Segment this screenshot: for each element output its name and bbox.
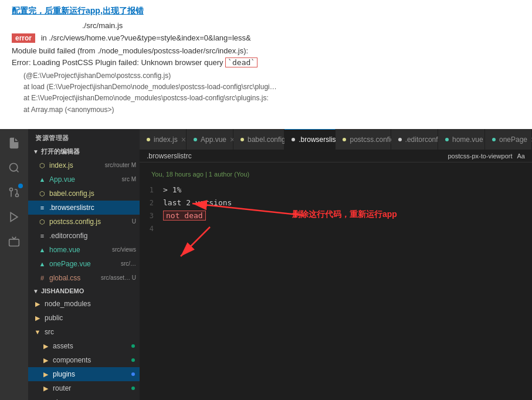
error-path: ./src/main.js [82,21,520,30]
breadcrumb: .browserslistrc postcss-px-to-viewport A… [140,150,532,162]
line-content-1: > 1% [161,184,181,196]
vue-file-icon: ▲ [38,174,47,185]
line-number-3: 3 [140,209,161,222]
js-file-icon3: ⬡ [38,216,47,228]
editor-content: You, 18 hours ago | 1 author (You) 1 > 1… [140,162,532,400]
folder-icon3: ▶ [41,340,50,352]
open-file-onepage[interactable]: ▲ onePage.vue src/… [28,257,140,271]
folder-open-icon: ▼ [33,326,42,338]
components-dot [131,358,135,362]
line-content-3: not dead [161,209,206,222]
tree-assets[interactable]: ▶ assets [28,339,140,353]
breadcrumb-right: postcss-px-to-viewport Aa [448,152,525,160]
editor-line-3: 3 not dead [140,209,532,222]
open-file-postcss[interactable]: ⬡ postcss.config.js U [28,215,140,229]
tab-close-onepage[interactable]: × [527,135,532,144]
error-stack: (@E:\VueProject\jishanDemo\postcss.confi… [23,70,520,116]
open-file-index-js[interactable]: ⬡ index.js src/router M [28,158,140,172]
open-editors-section[interactable]: ▼ 打开的编辑器 [28,145,140,158]
svg-rect-6 [9,239,19,246]
svg-point-3 [10,188,13,191]
vue-file-icon3: ▲ [38,258,47,270]
vscode-section: 资源管理器 ▼ 打开的编辑器 ⬡ index.js src/router M ▲… [0,129,532,400]
open-editors-arrow: ▼ [33,148,39,155]
project-title: JISHANDEMO [41,287,84,294]
folder-icon: ▶ [33,298,42,310]
folder-icon5: ▶ [41,368,50,380]
open-file-home-vue[interactable]: ▲ home.vue src/views [28,243,140,257]
breadcrumb-path: .browserslistrc [147,152,192,160]
tab-onepage[interactable]: onePage × [485,129,532,150]
error-file-path: in ./src/views/home.vue?vue&type=style&i… [41,33,251,42]
tab-app-vue[interactable]: App.vue × [187,129,233,150]
open-editors-label: 打开的编辑器 [41,147,80,156]
svg-point-2 [16,194,19,197]
line-number-1: 1 [140,184,161,196]
project-arrow: ▼ [33,288,39,294]
tab-browserslistrc[interactable]: .browserslistrc × [284,129,336,150]
line-number-4: 4 [140,222,161,235]
explorer-header: 资源管理器 [28,129,140,145]
css-file-icon: # [38,272,47,284]
error-title: 配置完，后重新运行app,出现了报错 [12,6,520,16]
line-number-2: 2 [140,196,161,209]
vue-file-icon2: ▲ [38,244,47,256]
font-size-label: Aa [517,152,525,160]
project-tree: ▶ node_modules ▶ public ▼ src ▶ assets [28,297,140,400]
svg-line-1 [16,170,19,172]
tree-router[interactable]: ▶ router [28,381,140,395]
tab-editorconfig[interactable]: .editorconfig × [391,129,438,150]
files-icon[interactable] [2,131,26,155]
git-info: You, 18 hours ago | 1 author (You) [140,168,532,184]
tree-public[interactable]: ▶ public [28,311,140,325]
error-badge: error [12,33,35,43]
config-file-icon: ≡ [38,202,47,213]
tree-components[interactable]: ▶ components [28,353,140,367]
router-dot [131,387,135,390]
editor-line-1: 1 > 1% [140,184,532,196]
folder-icon6: ▶ [41,382,50,394]
open-file-editorconfig[interactable]: ≡ .editorconfig [28,229,140,243]
extensions-icon[interactable] [2,230,26,253]
postcss-label: postcss-px-to-viewport [448,152,512,160]
not-dead-highlight: not dead [163,211,206,221]
js-file-icon2: ⬡ [38,188,47,199]
open-file-babel[interactable]: ⬡ babel.config.js [28,187,140,201]
plugins-dot [131,372,135,376]
tab-bar: index.js × App.vue × babel.config.js × .… [140,129,532,150]
open-editors-list: ⬡ index.js src/router M ▲ App.vue src M … [28,158,140,285]
svg-marker-5 [11,213,18,222]
editor-area: index.js × App.vue × babel.config.js × .… [140,129,532,400]
open-file-browserslistrc[interactable]: ≡ .browserslistrc [28,201,140,215]
project-section[interactable]: ▼ JISHANDEMO [28,285,140,297]
tab-close-index[interactable]: × [178,135,186,144]
line-content-2: last 2 versions [161,196,232,209]
svg-point-0 [10,164,18,171]
editor-line-2: 2 last 2 versions [140,196,532,209]
debug-icon[interactable] [2,205,26,229]
tree-src[interactable]: ▼ src [28,325,140,339]
tree-plugins[interactable]: ▶ plugins [28,367,140,381]
tab-index-js[interactable]: index.js × [140,129,187,150]
config-file-icon2: ≡ [38,230,47,242]
folder-icon7: ▶ [41,396,50,400]
search-icon[interactable] [2,156,26,179]
folder-icon2: ▶ [33,312,42,324]
assets-dot [131,344,135,348]
open-file-global-css[interactable]: # global.css src/asset… U [28,271,140,285]
tab-home-vue[interactable]: home.vue × [438,129,485,150]
tab-postcss[interactable]: postcss.config.js × [336,129,391,150]
git-icon[interactable] [2,181,26,204]
editor-line-4: 4 [140,222,532,235]
activity-bar [0,129,28,400]
dead-highlight: `dead` [225,57,257,67]
tree-views[interactable]: ▶ views [28,395,140,400]
open-file-app-vue[interactable]: ▲ App.vue src M [28,172,140,187]
error-line: error in ./src/views/home.vue?vue&type=s… [12,33,520,43]
tab-babel[interactable]: babel.config.js × [233,129,284,150]
tree-node-modules[interactable]: ▶ node_modules [28,297,140,311]
error-module-build: Module build failed (from ./node_modules… [12,45,520,68]
folder-icon4: ▶ [41,354,50,366]
file-explorer-sidebar: 资源管理器 ▼ 打开的编辑器 ⬡ index.js src/router M ▲… [28,129,140,400]
error-section: 配置完，后重新运行app,出现了报错 ./src/main.js error i… [0,0,532,129]
